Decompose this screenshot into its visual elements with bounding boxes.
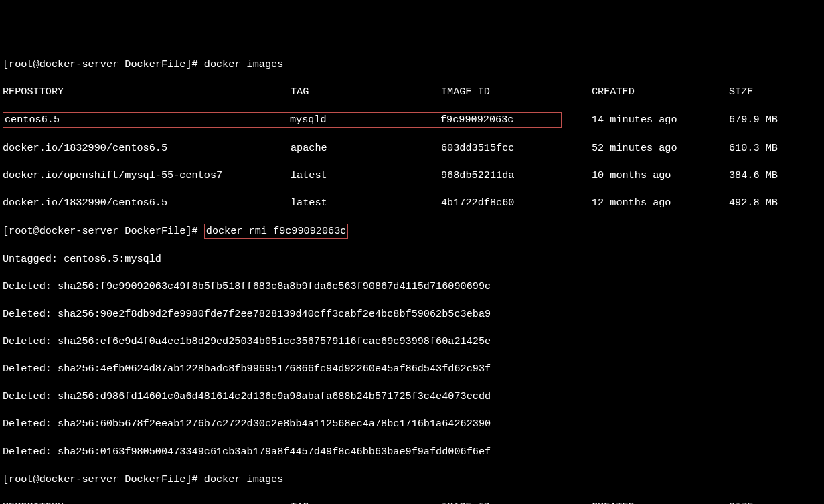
output-line: Deleted: sha256:0163f980500473349c61cb3a… <box>3 445 821 459</box>
prompt-line[interactable]: [root@docker-server DockerFile]# docker … <box>3 58 821 72</box>
prompt-line[interactable]: [root@docker-server DockerFile]# docker … <box>3 473 821 487</box>
table-header: REPOSITORYTAGIMAGE IDCREATEDSIZE <box>3 85 821 99</box>
table-row: docker.io/openshift/mysql-55-centos7late… <box>3 169 821 183</box>
table-header: REPOSITORYTAGIMAGE IDCREATEDSIZE <box>3 500 821 504</box>
prompt-line[interactable]: [root@docker-server DockerFile]# docker … <box>3 224 821 239</box>
output-line: Deleted: sha256:60b5678f2eeab1276b7c2722… <box>3 417 821 431</box>
output-line: Deleted: sha256:d986fd14601c0a6d481614c2… <box>3 390 821 404</box>
table-row: docker.io/1832990/centos6.5apache603dd35… <box>3 141 821 155</box>
terminal-output: [root@docker-server DockerFile]# docker … <box>3 44 821 504</box>
output-line: Deleted: sha256:ef6e9d4f0a4ee1b8d29ed250… <box>3 335 821 349</box>
table-row: centos6.5mysqldf9c99092063c14 minutes ag… <box>3 112 821 128</box>
output-line: Deleted: sha256:90e2f8db9d2fe9980fde7f2e… <box>3 307 821 321</box>
output-line: Deleted: sha256:f9c99092063c49f8b5fb518f… <box>3 280 821 294</box>
output-line: Deleted: sha256:4efb0624d87ab1228badc8fb… <box>3 362 821 376</box>
output-line: Untagged: centos6.5:mysqld <box>3 252 821 266</box>
table-row: docker.io/1832990/centos6.5latest4b1722d… <box>3 196 821 210</box>
